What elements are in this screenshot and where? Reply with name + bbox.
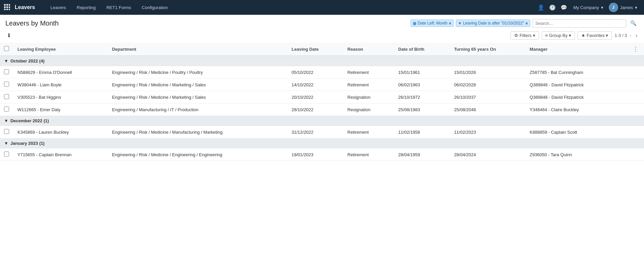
table-row: V305523 - Bat Higgins Engineering / Risk…	[0, 91, 644, 103]
download-button[interactable]: ⬇	[5, 31, 12, 40]
cell-employee: N588629 - Emma O'Donnell	[13, 66, 108, 79]
group-row[interactable]: ▼ January 2023 (1)	[0, 138, 644, 148]
filters-chevron-icon: ▾	[533, 33, 535, 38]
col-header-leaving-date: Leaving Date	[287, 43, 343, 56]
favorites-button[interactable]: ★ Favorites ▾	[578, 31, 612, 40]
filter-close-1[interactable]: ×	[449, 21, 451, 26]
filter-icon-2: ▼	[458, 21, 462, 25]
col-header-department: Department	[108, 43, 287, 56]
table-body: ▼ October 2022 (4) N588629 - Emma O'Donn…	[0, 56, 644, 161]
col-header-dob: Date of Birth	[394, 43, 450, 56]
pagination-text: 1-3 / 3	[614, 33, 627, 38]
row-checkbox[interactable]	[4, 82, 9, 87]
row-checkbox-cell[interactable]	[0, 103, 13, 116]
user-name: James	[620, 5, 633, 10]
column-options-button[interactable]: ⋮	[631, 46, 640, 52]
prev-page-button[interactable]: ‹	[628, 32, 633, 39]
menu-ret1forms[interactable]: RET1 Forms	[101, 0, 137, 15]
star-icon: ★	[581, 33, 585, 38]
group-row[interactable]: ▼ October 2022 (4)	[0, 56, 644, 66]
search-input[interactable]	[532, 19, 626, 28]
cell-employee: W380446 - Liam Boyle	[13, 79, 108, 91]
row-checkbox[interactable]	[4, 94, 9, 99]
group-collapse-icon[interactable]: ▼	[4, 118, 8, 123]
grid-icon[interactable]	[4, 4, 10, 11]
group-header-cell[interactable]: ▼ December 2022 (1)	[0, 116, 644, 126]
col-header-manager: Manager	[526, 43, 627, 56]
favorites-chevron-icon: ▾	[606, 33, 608, 38]
table-row: W380446 - Liam Boyle Engineering / Risk …	[0, 79, 644, 91]
filter-bar: ▦ Date Left: Month × ▼ Leaving Date is a…	[411, 19, 639, 28]
group-icon: ≡	[545, 33, 548, 38]
svg-rect-4	[6, 6, 8, 8]
company-menu[interactable]: My Company ▾	[571, 4, 606, 11]
row-checkbox[interactable]	[4, 152, 9, 157]
row-checkbox[interactable]	[4, 129, 9, 134]
user-chevron-icon: ▾	[635, 5, 637, 10]
cell-options	[627, 66, 644, 79]
group-by-button[interactable]: ≡ Group By ▾	[542, 31, 575, 40]
menu-configuration[interactable]: Configuration	[137, 0, 173, 15]
row-checkbox[interactable]	[4, 106, 9, 112]
cell-turning65: 15/01/2026	[450, 66, 526, 79]
table-row: W112665 - Emer Daly Engineering / Manufa…	[0, 103, 644, 116]
cell-employee: W112665 - Emer Daly	[13, 103, 108, 116]
toolbar-row: ⬇ ⚙ Filters ▾ ≡ Group By ▾ ★ Favorites ▾…	[5, 31, 639, 40]
subheader: Leavers by Month ▦ Date Left: Month × ▼ …	[0, 15, 644, 40]
row-checkbox-cell[interactable]	[0, 66, 13, 79]
row-checkbox-cell[interactable]	[0, 91, 13, 103]
svg-rect-5	[9, 6, 10, 8]
chat-icon[interactable]: 💬	[560, 4, 567, 11]
cell-employee: V305523 - Bat Higgins	[13, 91, 108, 103]
group-collapse-icon[interactable]: ▼	[4, 58, 8, 63]
group-header-cell[interactable]: ▼ January 2023 (1)	[0, 138, 644, 148]
filters-button[interactable]: ⚙ Filters ▾	[511, 31, 539, 40]
cell-reason: Resignation	[343, 103, 394, 116]
cell-dob: 28/04/1959	[394, 148, 450, 161]
row-checkbox-cell[interactable]	[0, 126, 13, 138]
cell-reason: Retirement	[343, 148, 394, 161]
filter-tag-leaving-date[interactable]: ▼ Leaving Date is after "01/10/2022" ×	[456, 19, 530, 27]
svg-rect-2	[9, 4, 10, 6]
row-checkbox[interactable]	[4, 69, 9, 74]
svg-rect-6	[4, 9, 6, 10]
select-all-checkbox[interactable]	[4, 46, 9, 51]
company-chevron-icon: ▾	[601, 5, 603, 10]
cell-dob: 26/10/1972	[394, 91, 450, 103]
filter-label-1: Date Left: Month	[418, 21, 447, 26]
cell-department: Engineering / Manufacturing / IT / Produ…	[108, 103, 287, 116]
cell-department: Engineering / Risk / Medicine / Engineer…	[108, 148, 287, 161]
filter-tag-date-left[interactable]: ▦ Date Left: Month ×	[411, 19, 453, 27]
cell-turning65: 26/10/2037	[450, 91, 526, 103]
table-row: K345869 - Lauren Buckley Engineering / R…	[0, 126, 644, 138]
toolbar-actions: ⚙ Filters ▾ ≡ Group By ▾ ★ Favorites ▾	[511, 31, 612, 40]
clock-icon[interactable]: 🕐	[549, 4, 556, 11]
next-page-button[interactable]: ›	[634, 32, 639, 39]
cell-options	[627, 103, 644, 116]
search-button[interactable]: 🔍	[628, 19, 639, 28]
group-collapse-icon[interactable]: ▼	[4, 141, 8, 146]
cell-manager: Q389848 - David Fitzpatrick	[526, 91, 627, 103]
user-menu[interactable]: J James ▾	[606, 1, 640, 13]
filter-close-2[interactable]: ×	[525, 21, 528, 26]
cell-manager: Z936050 - Tara Quinn	[526, 148, 627, 161]
cell-leaving-date: 20/10/2022	[287, 91, 343, 103]
page-title: Leavers by Month	[5, 19, 411, 27]
app-title: Leavers	[15, 4, 35, 10]
row-checkbox-cell[interactable]	[0, 79, 13, 91]
menu-reporting[interactable]: Reporting	[71, 0, 101, 15]
svg-rect-3	[4, 6, 6, 8]
cell-leaving-date: 28/10/2022	[287, 103, 343, 116]
row-checkbox-cell[interactable]	[0, 148, 13, 161]
cell-options	[627, 148, 644, 161]
menu-leavers[interactable]: Leavers	[45, 0, 71, 15]
favorites-label: Favorites	[587, 33, 604, 38]
cell-employee: Y715655 - Captain Brennan	[13, 148, 108, 161]
group-row[interactable]: ▼ December 2022 (1)	[0, 116, 644, 126]
col-header-reason: Reason	[343, 43, 394, 56]
person-icon[interactable]: 👤	[538, 4, 544, 11]
group-header-cell[interactable]: ▼ October 2022 (4)	[0, 56, 644, 66]
select-all-header[interactable]	[0, 43, 13, 56]
cell-dob: 06/02/1963	[394, 79, 450, 91]
cell-reason: Resignation	[343, 91, 394, 103]
